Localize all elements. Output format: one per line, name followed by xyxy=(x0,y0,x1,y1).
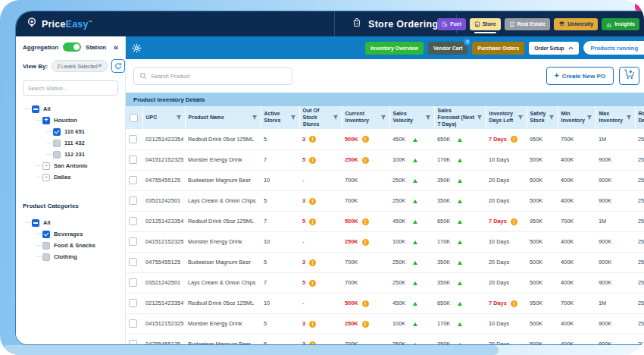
row-checkbox[interactable] xyxy=(129,278,137,287)
tree-item-label: Clothing xyxy=(54,253,77,260)
sidebar-collapse-icon[interactable]: « xyxy=(114,43,118,52)
station-houston[interactable]: Houston xyxy=(23,115,118,126)
order-setup-button[interactable]: Order Setup xyxy=(529,42,578,55)
filter-icon[interactable] xyxy=(549,115,555,121)
row-checkbox[interactable] xyxy=(129,217,137,225)
search-station-input[interactable] xyxy=(23,80,118,96)
column-label: Reorder Days xyxy=(639,111,644,124)
station-all[interactable]: All xyxy=(23,103,118,115)
cell-out-of-stock-stores: 3! xyxy=(299,129,342,149)
cell-max-inventory: 1M xyxy=(596,211,635,231)
category-clothing[interactable]: Clothing xyxy=(23,251,118,262)
row-checkbox[interactable] xyxy=(129,340,137,345)
category-all[interactable]: All xyxy=(23,217,118,228)
cell-min-inventory: 400K xyxy=(558,334,596,345)
cell-inventory-days-left: 10 Days xyxy=(486,313,527,334)
horizontal-scrollbar[interactable] xyxy=(2,345,499,355)
main-content: Inventory Overview Vendor Cart 5 Purchas… xyxy=(126,36,644,345)
row-checkbox[interactable] xyxy=(129,196,137,205)
create-new-po-button[interactable]: + Create New PO xyxy=(546,67,614,85)
tree-checkbox[interactable] xyxy=(42,174,50,181)
insights-icon xyxy=(606,21,612,27)
module-chip-fuel[interactable]: Fuel xyxy=(437,18,465,30)
cell-min-inventory: 400K xyxy=(558,272,596,293)
tree-checkbox[interactable] xyxy=(53,140,61,147)
filter-icon[interactable] xyxy=(252,115,258,121)
tree-checkbox[interactable] xyxy=(53,128,61,136)
cell-safety-stock: 500K xyxy=(527,334,558,345)
row-checkbox[interactable] xyxy=(129,299,137,307)
purchase-orders-button[interactable]: Purchase Orders xyxy=(472,42,524,55)
brand-logo[interactable]: PriceEasy™ xyxy=(16,17,92,32)
inventory-overview-button[interactable]: Inventory Overview xyxy=(365,42,424,55)
cell-out-of-stock-stores: 5! xyxy=(299,272,342,293)
cell-sales-forecast: 350K xyxy=(434,190,486,211)
cell-safety-stock: 950K xyxy=(527,211,558,231)
filter-icon[interactable] xyxy=(176,115,182,121)
module-chip-insights[interactable]: Insights xyxy=(602,18,639,30)
station-111-432[interactable]: 111 432 xyxy=(23,137,118,149)
filter-icon[interactable] xyxy=(425,115,431,121)
filter-icon[interactable] xyxy=(626,115,632,121)
cell-min-inventory: 400K xyxy=(558,149,596,170)
tree-checkbox[interactable] xyxy=(42,253,50,261)
tree-checkbox[interactable] xyxy=(53,151,61,159)
tree-checkbox[interactable] xyxy=(42,231,50,238)
cell-current-inventory: 700K xyxy=(342,170,389,190)
row-checkbox[interactable] xyxy=(129,258,137,266)
products-running-pill[interactable]: Products running xyxy=(583,41,644,55)
category-food-snacks[interactable]: Food & Snacks xyxy=(23,240,118,251)
module-chip-real-estate[interactable]: Real Estate xyxy=(505,18,551,30)
station-110-651[interactable]: 110 651 xyxy=(23,126,118,137)
up-trend-icon xyxy=(413,261,417,265)
gear-icon[interactable] xyxy=(132,43,142,53)
app-window: PriceEasy™ Store Ordering FuelStoreReal … xyxy=(15,11,644,345)
row-checkbox[interactable] xyxy=(129,176,137,184)
station-112-231[interactable]: 112 231 xyxy=(23,149,118,160)
fuel-icon xyxy=(442,21,448,27)
refresh-button[interactable] xyxy=(111,59,125,73)
search-product-input[interactable] xyxy=(151,73,286,80)
cell-min-inventory: 700K xyxy=(558,129,596,149)
tree-checkbox[interactable] xyxy=(42,117,50,124)
tree-checkbox[interactable] xyxy=(32,105,39,113)
row-checkbox[interactable] xyxy=(129,156,137,164)
cell-checkbox xyxy=(126,170,142,190)
view-by-dropdown[interactable]: 2 Levels Selected xyxy=(52,60,108,72)
up-trend-icon xyxy=(458,220,462,224)
warning-icon: ! xyxy=(362,239,369,246)
filter-icon[interactable] xyxy=(517,115,524,121)
vendor-cart-button[interactable]: Vendor Cart 5 xyxy=(428,42,468,55)
module-chip-store[interactable]: Store xyxy=(470,18,501,30)
station-dallas[interactable]: Dallas xyxy=(23,171,118,183)
station-san-antonio[interactable]: San Antonio xyxy=(23,160,118,171)
cell-inventory-days-left: 20 Days xyxy=(486,272,527,293)
tree-checkbox[interactable] xyxy=(42,162,50,170)
cart-download-button[interactable] xyxy=(619,67,639,85)
tree-checkbox[interactable] xyxy=(32,219,39,227)
cell-sales-forecast: 170K xyxy=(434,231,486,252)
filter-icon[interactable] xyxy=(333,115,339,121)
header-checkbox[interactable] xyxy=(130,114,138,122)
cell-max-inventory: 900K xyxy=(596,313,635,334)
row-checkbox[interactable] xyxy=(129,237,137,246)
cell-reorder-days: 25 Days xyxy=(635,129,644,149)
filter-icon[interactable] xyxy=(477,115,483,121)
cell-safety-stock: 500K xyxy=(527,313,558,334)
row-checkbox[interactable] xyxy=(129,319,137,328)
cell-max-inventory: 900K xyxy=(596,272,635,293)
filter-icon[interactable] xyxy=(586,115,592,121)
filter-icon[interactable] xyxy=(290,115,296,121)
aggregation-toggle[interactable] xyxy=(63,42,81,52)
cell-current-inventory: 250K! xyxy=(342,231,389,252)
cell-min-inventory: 400K xyxy=(558,170,596,190)
tree-checkbox[interactable] xyxy=(42,242,50,250)
category-beverages[interactable]: Beverages xyxy=(23,228,118,240)
page-title: Store Ordering xyxy=(368,19,438,30)
filter-icon[interactable] xyxy=(380,115,386,121)
module-chip-university[interactable]: University xyxy=(554,18,598,30)
cell-current-inventory: 250K! xyxy=(342,313,389,334)
cell-sales-velocity: 100K xyxy=(389,149,434,170)
up-trend-icon xyxy=(413,302,417,306)
row-checkbox[interactable] xyxy=(129,135,137,143)
